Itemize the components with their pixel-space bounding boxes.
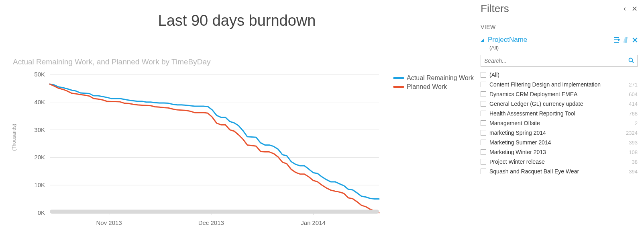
legend-item-actual[interactable]: Actual Remaining Work <box>393 74 474 82</box>
chart-subtitle: Actual Remaining Work, and Planned Work … <box>13 58 462 66</box>
filter-option-count: 38 <box>632 159 638 165</box>
clear-filter-icon[interactable] <box>624 37 629 43</box>
chart-svg: 50K40K30K20K10K0KNov 2013Dec 2013Jan 201… <box>12 70 381 231</box>
filter-option-count: 394 <box>629 169 638 175</box>
filter-option-label: Content Filtering Design and Implementat… <box>489 81 601 88</box>
filter-field-block: ◢ ProjectName (All) <box>481 36 638 176</box>
checkbox[interactable] <box>481 169 486 174</box>
filter-option-count: 414 <box>629 101 638 107</box>
checkbox[interactable] <box>481 72 486 78</box>
y-tick-label: 20K <box>34 154 45 161</box>
legend-label-planned: Planned Work <box>407 83 447 91</box>
filter-option-label: General Ledger (GL) currency update <box>489 101 583 107</box>
checkbox[interactable] <box>481 101 486 107</box>
filters-header: Filters ‹ ✕ <box>481 2 638 15</box>
filter-field-name-wrap: ◢ ProjectName <box>481 36 527 44</box>
checkbox[interactable] <box>481 111 486 116</box>
filter-option-count: 2324 <box>626 130 638 136</box>
chart-pane: Last 90 days burndown Actual Remaining W… <box>0 0 474 245</box>
svg-point-11 <box>629 58 633 62</box>
filter-option-label: Marketing Winter 2013 <box>489 149 546 155</box>
filter-option[interactable]: Content Filtering Design and Implementat… <box>481 80 638 89</box>
expand-filter-icon[interactable] <box>614 37 620 43</box>
legend-label-actual: Actual Remaining Work <box>407 74 474 82</box>
filter-option-label: Management Offsite <box>489 120 540 126</box>
filter-option[interactable]: Health Assessment Reporting Tool768 <box>481 109 638 118</box>
checkbox[interactable] <box>481 149 486 155</box>
close-icon[interactable]: ✕ <box>632 4 638 13</box>
filter-option-label: marketing Spring 2014 <box>489 130 546 136</box>
filter-option[interactable]: Dynamics CRM Deployment EMEA604 <box>481 89 638 99</box>
filter-search-box[interactable] <box>481 55 638 67</box>
search-icon[interactable] <box>628 58 634 64</box>
filter-option-label: Squash and Racquet Ball Eye Wear <box>489 168 579 175</box>
collapse-icon[interactable]: ‹ <box>624 4 626 13</box>
checkbox[interactable] <box>481 82 486 87</box>
x-tick-label: Jan 2014 <box>301 219 326 226</box>
x-tick-label: Nov 2013 <box>96 219 122 226</box>
filter-option-count: 393 <box>629 140 638 146</box>
checkbox[interactable] <box>481 120 486 126</box>
filter-option-list: (All)Content Filtering Design and Implem… <box>481 70 638 176</box>
legend-item-planned[interactable]: Planned Work <box>393 83 474 91</box>
x-scrollbar[interactable] <box>50 210 379 214</box>
filters-title: Filters <box>481 2 509 15</box>
app-root: Last 90 days burndown Actual Remaining W… <box>0 0 644 245</box>
filter-search-input[interactable] <box>484 58 628 64</box>
filter-field-summary: (All) <box>489 45 638 51</box>
y-tick-label: 40K <box>34 99 45 105</box>
caret-down-icon: ◢ <box>481 37 484 43</box>
filter-option-count: 768 <box>629 111 638 117</box>
filter-option-count: 108 <box>629 149 638 155</box>
filter-option[interactable]: Marketing Summer 2014393 <box>481 138 638 147</box>
checkbox[interactable] <box>481 91 486 97</box>
legend: Actual Remaining Work Planned Work <box>393 74 474 92</box>
filter-option-count: 604 <box>629 91 638 97</box>
checkbox[interactable] <box>481 159 486 165</box>
y-tick-label: 30K <box>34 126 45 133</box>
legend-swatch-planned <box>393 86 404 88</box>
filter-option-label: Project Winter release <box>489 159 545 165</box>
x-tick-label: Dec 2013 <box>198 219 224 226</box>
filter-option[interactable]: (All) <box>481 70 638 80</box>
filter-option-label: Dynamics CRM Deployment EMEA <box>489 91 577 97</box>
checkbox[interactable] <box>481 130 486 136</box>
view-section-label: VIEW <box>481 24 638 30</box>
filter-option[interactable]: Management Offsite2 <box>481 118 638 128</box>
filters-panel: Filters ‹ ✕ VIEW ◢ ProjectName <box>474 0 644 245</box>
filter-option-label: Marketing Summer 2014 <box>489 139 551 146</box>
filter-option[interactable]: Marketing Winter 2013108 <box>481 147 638 157</box>
filters-header-controls: ‹ ✕ <box>624 4 638 13</box>
filter-option[interactable]: Project Winter release38 <box>481 157 638 167</box>
filter-field-actions <box>614 37 638 43</box>
filter-option-count: 271 <box>629 82 638 88</box>
y-tick-label: 10K <box>34 181 45 188</box>
filter-option-label: (All) <box>489 72 499 78</box>
filter-option[interactable]: General Ledger (GL) currency update414 <box>481 99 638 109</box>
filter-option[interactable]: marketing Spring 20142324 <box>481 128 638 138</box>
y-tick-label: 50K <box>34 71 45 78</box>
y-axis-label: (Thousands) <box>11 124 17 151</box>
remove-filter-icon[interactable] <box>632 37 638 43</box>
series-line[interactable] <box>50 84 379 199</box>
filter-option-label: Health Assessment Reporting Tool <box>489 110 575 117</box>
filter-field-header[interactable]: ◢ ProjectName <box>481 36 638 44</box>
y-tick-label: 0K <box>38 209 45 216</box>
chart-title: Last 90 days burndown <box>12 12 462 29</box>
svg-line-12 <box>632 61 634 63</box>
filter-option-count: 2 <box>635 120 638 126</box>
legend-swatch-actual <box>393 77 404 79</box>
filter-field-name: ProjectName <box>488 36 527 44</box>
series-line[interactable] <box>50 84 379 213</box>
filter-option[interactable]: Squash and Racquet Ball Eye Wear394 <box>481 167 638 176</box>
plot-area: (Thousands) 50K40K30K20K10K0KNov 2013Dec… <box>12 70 462 231</box>
checkbox[interactable] <box>481 140 486 145</box>
